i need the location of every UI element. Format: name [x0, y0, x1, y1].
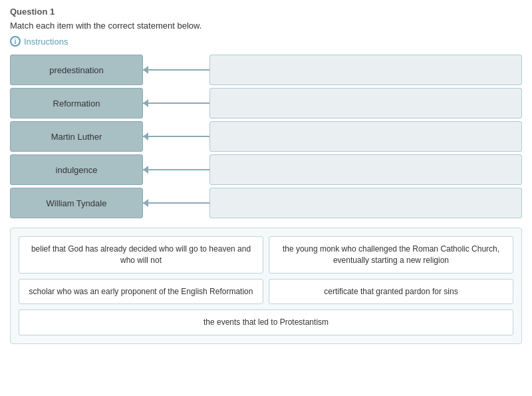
- term-reformation[interactable]: Reformation: [10, 88, 143, 118]
- drop-zone-predestination[interactable]: [209, 55, 522, 85]
- connector-line: [143, 136, 209, 137]
- answer-item[interactable]: belief that God has already decided who …: [19, 236, 263, 274]
- term-indulgence[interactable]: indulgence: [10, 154, 143, 185]
- match-row: predestination: [10, 55, 522, 85]
- connector: [143, 202, 209, 204]
- drop-zone-william-tyndale[interactable]: [209, 188, 522, 218]
- drop-zone-martin-luther[interactable]: [209, 121, 522, 152]
- connector-line: [143, 69, 209, 71]
- answer-item[interactable]: the events that led to Protestantism: [19, 309, 513, 335]
- answer-item[interactable]: the young monk who challenged the Roman …: [269, 236, 513, 274]
- connector-line: [143, 102, 209, 104]
- drop-zone-reformation[interactable]: [209, 88, 522, 118]
- info-icon: i: [10, 36, 21, 47]
- match-row: indulgence: [10, 154, 522, 185]
- connector-line: [143, 169, 209, 170]
- match-row: Martin Luther: [10, 121, 522, 152]
- match-row: William Tyndale: [10, 188, 522, 218]
- instructions-link[interactable]: Instructions: [24, 37, 68, 47]
- term-william-tyndale[interactable]: William Tyndale: [10, 188, 143, 218]
- connector: [143, 169, 209, 170]
- answer-item[interactable]: scholar who was an early proponent of th…: [19, 279, 263, 305]
- answers-grid: belief that God has already decided who …: [19, 236, 513, 335]
- drop-zone-indulgence[interactable]: [209, 154, 522, 185]
- connector: [143, 136, 209, 137]
- answer-item[interactable]: certificate that granted pardon for sins: [269, 279, 513, 305]
- term-predestination[interactable]: predestination: [10, 55, 143, 85]
- instruction-text: Match each item with the correct stateme…: [10, 21, 522, 31]
- connector: [143, 69, 209, 71]
- answers-pool: belief that God has already decided who …: [10, 228, 522, 344]
- term-martin-luther[interactable]: Martin Luther: [10, 121, 143, 152]
- question-label: Question 1: [10, 7, 522, 17]
- match-row: Reformation: [10, 88, 522, 118]
- connector: [143, 102, 209, 104]
- connector-line: [143, 202, 209, 204]
- matching-area: predestination Reformation Martin Luther…: [10, 55, 522, 218]
